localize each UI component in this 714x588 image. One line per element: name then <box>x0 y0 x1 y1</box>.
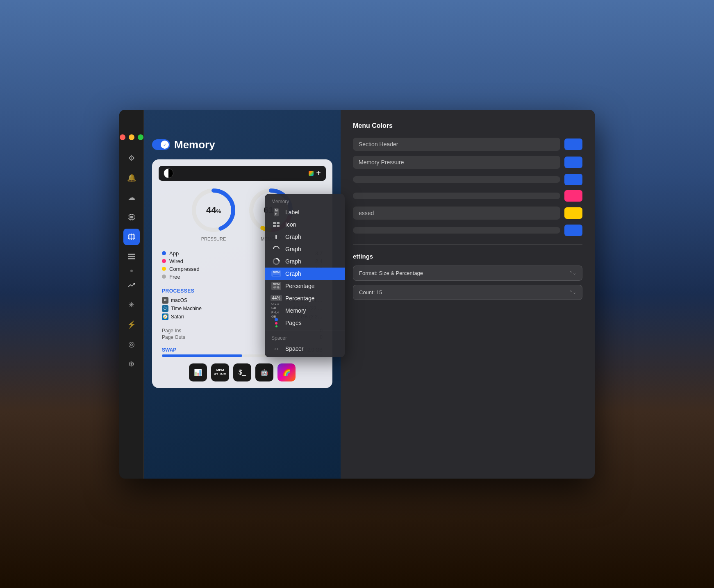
format-dropdown-arrow: ⌃⌄ <box>569 270 576 276</box>
sidebar-item-compass[interactable]: ◎ <box>123 336 140 352</box>
card-toolbar-right: + <box>309 168 321 178</box>
settings-section-title: ettings <box>353 253 582 260</box>
legend-dot-wired <box>162 259 166 263</box>
app-icon-5[interactable]: 🌈 <box>277 363 296 381</box>
module-header: ✓ Memory <box>152 138 332 151</box>
app-icon-1[interactable]: 📊 <box>189 363 207 381</box>
legend-left-compressed: Compressed <box>162 266 200 272</box>
minimize-button[interactable] <box>129 134 134 140</box>
dropdown-percentage2-text: Percentage <box>285 295 315 302</box>
toggle-knob: ✓ <box>161 141 169 149</box>
dropdown-spacer-text: Spacer <box>285 345 303 352</box>
menu-icon-pages <box>271 319 281 327</box>
pressure-label: PRESSURE <box>201 236 226 241</box>
contrast-icon[interactable] <box>164 168 173 178</box>
process-left-timemachine: ⏱ Time Machine <box>162 305 202 312</box>
maximize-button[interactable] <box>138 134 143 140</box>
section-header-swatch[interactable] <box>564 138 582 150</box>
page-outs-label: Page Outs <box>162 334 185 340</box>
dropdown-label-text: Label <box>285 209 299 216</box>
svg-rect-20 <box>128 254 135 255</box>
add-button[interactable]: + <box>316 168 321 178</box>
sidebar: ⚙ 🔔 ☁ <box>119 110 144 479</box>
dropdown-divider <box>265 331 345 331</box>
menu-icon-label: ME <box>271 209 281 216</box>
sidebar-item-stack[interactable] <box>123 248 140 265</box>
app-icon-4[interactable]: 🤖 <box>255 363 273 381</box>
compressed-label: essed <box>353 207 560 220</box>
process-name-macos: macOS <box>171 297 187 303</box>
color-row-memory-pressure: Memory Pressure <box>353 156 582 169</box>
menu-icon-graph1 <box>271 233 281 241</box>
compressed-swatch[interactable] <box>564 207 582 219</box>
app-icon-2[interactable]: MEMBY TOM <box>211 363 229 381</box>
swap-title: SWAP <box>162 347 176 353</box>
sidebar-item-trending[interactable] <box>123 277 140 293</box>
legend-label-app: App <box>169 250 179 257</box>
menu-icon-graph2 <box>271 245 281 253</box>
close-button[interactable] <box>120 134 125 140</box>
process-name-safari: Safari <box>171 314 184 320</box>
sidebar-item-cloud[interactable]: ☁ <box>123 189 140 206</box>
sidebar-item-bolt[interactable]: ⚡ <box>123 316 140 333</box>
sidebar-item-gear[interactable]: ⚙ <box>123 150 140 166</box>
left-panel: ✓ Memory + <box>144 110 341 479</box>
process-name-timemachine: Time Machine <box>171 306 202 311</box>
process-icon-timemachine: ⏱ <box>162 305 168 312</box>
dropdown-item-pages[interactable]: Pages <box>265 317 345 329</box>
dropdown-spacer-section: Spacer <box>265 333 345 343</box>
dropdown-item-spacer[interactable]: ‹ › Spacer <box>265 343 345 355</box>
svg-rect-1 <box>130 216 133 218</box>
dropdown-icon-text: Icon <box>285 221 296 228</box>
settings-divider <box>353 244 582 245</box>
sidebar-item-link[interactable]: ⊕ <box>123 356 140 372</box>
dropdown-item-graph2[interactable]: Graph <box>265 243 345 255</box>
menu-icon-icon <box>271 221 281 228</box>
legend-dot-compressed <box>162 267 166 271</box>
pressure-gauge: 44% PRESSURE <box>189 186 238 241</box>
app-window: ⚙ 🔔 ☁ <box>119 110 595 479</box>
color-3-swatch[interactable] <box>564 174 582 185</box>
menu-icon-memory-val: U 2.2 GB F 4.4 GB <box>271 307 281 314</box>
color-4-label <box>353 193 560 199</box>
menu-icon-mem-graph: MEM <box>271 270 281 277</box>
menu-icon-graph3 <box>271 258 281 265</box>
dropdown-graph1-text: Graph <box>285 234 301 240</box>
memory-pressure-label: Memory Pressure <box>353 156 560 169</box>
menu-colors-title: Menu Colors <box>353 122 582 129</box>
count-dropdown[interactable]: Count: 15 ⌃⌄ <box>353 285 582 300</box>
color-dot-icon[interactable] <box>309 171 314 176</box>
color-6-label <box>353 227 560 234</box>
format-dropdown[interactable]: Format: Size & Percentage ⌃⌄ <box>353 266 582 281</box>
legend-label-compressed: Compressed <box>169 266 200 272</box>
memory-pressure-swatch[interactable] <box>564 157 582 168</box>
dropdown-item-icon[interactable]: Icon <box>265 218 345 231</box>
svg-rect-30 <box>277 222 280 224</box>
dropdown-item-memory-val[interactable]: U 2.2 GB F 4.4 GB Memory <box>265 304 345 317</box>
color-6-swatch[interactable] <box>564 225 582 236</box>
sidebar-item-bell[interactable]: 🔔 <box>123 170 140 186</box>
svg-rect-31 <box>273 225 276 227</box>
sidebar-item-memory[interactable] <box>123 229 140 245</box>
legend-left-free: Free <box>162 274 180 280</box>
page-ins-label: Page Ins <box>162 328 181 334</box>
menu-icon-spacer: ‹ › <box>271 345 281 352</box>
color-row-6 <box>353 225 582 236</box>
sidebar-item-fan[interactable]: ✳ <box>123 297 140 313</box>
dropdown-item-mem-graph[interactable]: MEM Graph <box>265 268 345 280</box>
color-4-swatch[interactable] <box>564 190 582 202</box>
dropdown-item-graph1[interactable]: Graph <box>265 231 345 243</box>
dropdown-item-graph3[interactable]: Graph <box>265 255 345 268</box>
dropdown-item-label[interactable]: ME Label <box>265 206 345 218</box>
dropdown-graph2-text: Graph <box>285 246 301 252</box>
sidebar-item-chip[interactable] <box>123 209 140 225</box>
dropdown-memory-val-text: Memory <box>285 307 306 314</box>
section-header-label: Section Header <box>353 138 560 151</box>
pressure-value: 44% <box>206 205 221 216</box>
menu-icon-percentage1: MEM 44% <box>271 282 281 290</box>
dropdown-percentage1-text: Percentage <box>285 283 315 289</box>
dropdown-item-percentage1[interactable]: MEM 44% Percentage <box>265 280 345 292</box>
module-toggle[interactable]: ✓ <box>152 139 170 150</box>
count-dropdown-arrow: ⌃⌄ <box>569 290 576 295</box>
app-icon-3[interactable]: $_ <box>233 363 251 381</box>
